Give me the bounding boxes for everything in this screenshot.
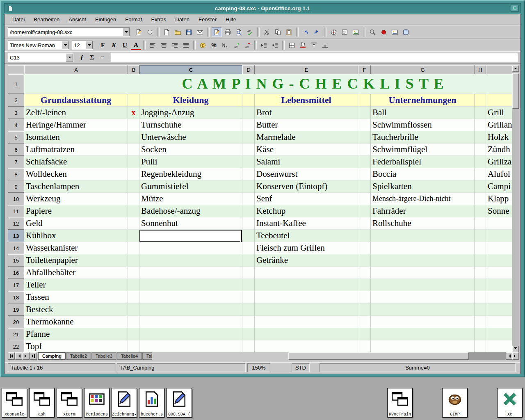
cell-H3[interactable]: [475, 107, 486, 119]
cell-H13[interactable]: [475, 230, 486, 242]
cell-H18[interactable]: [475, 291, 486, 304]
cell-B16[interactable]: [128, 267, 139, 279]
row-header-7[interactable]: 7: [8, 156, 24, 168]
menu-format[interactable]: Format: [121, 15, 146, 25]
new-document-icon[interactable]: [162, 27, 172, 37]
sum-button[interactable]: Σ: [87, 53, 97, 62]
cell-E10[interactable]: Senf: [255, 193, 358, 205]
column-header-D[interactable]: D: [242, 65, 255, 74]
taskbar-button-kvoctrain[interactable]: KVocTrain: [387, 388, 413, 418]
cell-G13[interactable]: [371, 230, 475, 242]
cell-I15[interactable]: [486, 254, 512, 267]
cell-C8[interactable]: Regenbekleidung: [139, 168, 242, 180]
cell-H19[interactable]: [475, 304, 486, 316]
increase-indent-icon[interactable]: [270, 40, 280, 50]
cell-A11[interactable]: Papiere: [24, 205, 128, 217]
section-header-D[interactable]: [242, 94, 255, 107]
cell-B11[interactable]: [128, 205, 139, 217]
row-header-14[interactable]: 14: [8, 242, 24, 254]
cell-G15[interactable]: [371, 254, 475, 267]
cell-F13[interactable]: [358, 230, 371, 242]
cell-B20[interactable]: [128, 316, 139, 328]
cell-I9[interactable]: Campi: [486, 180, 512, 193]
maximize-button[interactable]: [511, 5, 519, 11]
cell-H11[interactable]: [475, 205, 486, 217]
insert-graphics-icon[interactable]: [390, 27, 400, 37]
cell-F21[interactable]: [358, 328, 371, 340]
align-justify-icon[interactable]: [181, 40, 191, 50]
cell-E13[interactable]: Teebeutel: [255, 230, 358, 242]
cell-B9[interactable]: [128, 180, 139, 193]
cell-E22[interactable]: [255, 340, 358, 352]
cell-F22[interactable]: [358, 340, 371, 352]
cell-D18[interactable]: [242, 291, 255, 304]
font-size-input[interactable]: [72, 41, 86, 49]
sheet-tab-tab[interactable]: Tab: [142, 352, 152, 360]
cell-C18[interactable]: [139, 291, 242, 304]
cell-G5[interactable]: Taucherbrille: [371, 131, 475, 144]
row-header-20[interactable]: 20: [8, 316, 24, 328]
undo-icon[interactable]: [301, 27, 311, 37]
cell-E6[interactable]: Käse: [255, 144, 358, 156]
last-sheet-button[interactable]: [30, 352, 37, 360]
cell-D13[interactable]: [242, 230, 255, 242]
cell-C21[interactable]: [139, 328, 242, 340]
menu-datei[interactable]: Datei: [8, 15, 29, 25]
font-color-icon[interactable]: A: [131, 40, 141, 50]
menu-extras[interactable]: Extras: [146, 15, 171, 25]
cell-F11[interactable]: [358, 205, 371, 217]
cell-G18[interactable]: [371, 291, 475, 304]
menu-bearbeiten[interactable]: Bearbeiten: [29, 15, 64, 25]
cell-I5[interactable]: Holzk: [486, 131, 512, 144]
cell-D12[interactable]: [242, 217, 255, 230]
url-dropdown-button[interactable]: [123, 28, 130, 36]
spellcheck-icon[interactable]: AB: [245, 27, 255, 37]
document-as-email-icon[interactable]: [195, 27, 205, 37]
cell-B15[interactable]: [128, 254, 139, 267]
cell-E21[interactable]: [255, 328, 358, 340]
edit-file-icon[interactable]: [134, 27, 144, 37]
cell-G12[interactable]: Rollschuhe: [371, 217, 475, 230]
cell-C15[interactable]: [139, 254, 242, 267]
cell-G6[interactable]: Schwimmflügel: [371, 144, 475, 156]
taskbar-button-008-sda[interactable]: 008.SDA (: [167, 388, 192, 418]
cell-H4[interactable]: [475, 119, 486, 131]
record-macro-icon[interactable]: [379, 27, 389, 37]
standard-format-icon[interactable]: [220, 40, 230, 50]
cell-B13[interactable]: [128, 230, 139, 242]
cell-D11[interactable]: [242, 205, 255, 217]
cell-F6[interactable]: [358, 144, 371, 156]
cell-D19[interactable]: [242, 304, 255, 316]
menu-einfügen[interactable]: Einfügen: [91, 15, 121, 25]
cell-G9[interactable]: Spielkarten: [371, 180, 475, 193]
cell-G22[interactable]: [371, 340, 475, 352]
cell-H16[interactable]: [475, 267, 486, 279]
row-header-4[interactable]: 4: [8, 119, 24, 131]
cell-C16[interactable]: [139, 267, 242, 279]
selection-handle[interactable]: [240, 240, 243, 242]
section-header-C[interactable]: Kleidung: [139, 94, 242, 107]
status-sum[interactable]: Summe=0: [320, 363, 516, 372]
cell-A5[interactable]: Isomatten: [24, 131, 128, 144]
cell-F10[interactable]: [358, 193, 371, 205]
cell-D9[interactable]: [242, 180, 255, 193]
cell-A12[interactable]: Geld: [24, 217, 128, 230]
grid-corner[interactable]: [8, 65, 24, 74]
cell-H7[interactable]: [475, 156, 486, 168]
font-name-input[interactable]: [8, 41, 62, 49]
cell-D8[interactable]: [242, 168, 255, 180]
cell-B18[interactable]: [128, 291, 139, 304]
cell-B12[interactable]: [128, 217, 139, 230]
cell-A4[interactable]: Heringe/Hammer: [24, 119, 128, 131]
cell-E7[interactable]: Salami: [255, 156, 358, 168]
row-header-16[interactable]: 16: [8, 267, 24, 279]
cell-B17[interactable]: [128, 279, 139, 291]
cell-H5[interactable]: [475, 131, 486, 144]
section-header-B[interactable]: [128, 94, 139, 107]
cell-G21[interactable]: [371, 328, 475, 340]
section-header-E[interactable]: Lebensmittel: [255, 94, 358, 107]
copy-icon[interactable]: [273, 27, 283, 37]
cell-E16[interactable]: [255, 267, 358, 279]
menu-ansicht[interactable]: Ansicht: [64, 15, 91, 25]
align-bottom-icon[interactable]: [320, 40, 330, 50]
